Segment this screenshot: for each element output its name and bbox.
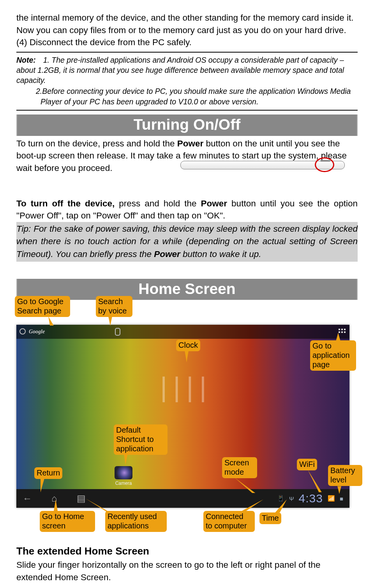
battery-icon: ■ — [340, 495, 343, 502]
callout-home-screen: Go to Home screen — [40, 511, 95, 532]
intro-line-1: the internal memory of the device, and t… — [16, 13, 353, 35]
intro-line-2: (4) Disconnect the device from the PC sa… — [16, 37, 192, 47]
top-bar: Google — [16, 325, 349, 339]
callout-clock: Clock — [176, 340, 200, 351]
intro-paragraph: the internal memory of the device, and t… — [16, 12, 358, 49]
time-display: 4:33 — [299, 492, 323, 505]
camera-label: Camera — [115, 481, 132, 486]
camera-icon — [115, 466, 132, 479]
home-screen-diagram: Google | | | | Camera ← ⌂ ▤ 📱 Ψ 4:33 — [16, 296, 358, 526]
back-icon: ← — [23, 493, 32, 504]
note-2: 2.Before connecting your device to PC, y… — [36, 87, 351, 106]
callout-connected: Connected to computer — [203, 511, 255, 532]
status-icons: 📱 Ψ 4:33 📶 ■ — [277, 492, 343, 505]
extended-body: Slide your finger horizontally on the sc… — [16, 559, 358, 583]
callout-time: Time — [259, 512, 281, 524]
recents-icon: ▤ — [77, 493, 86, 504]
callout-google-search: Go to Google Search page — [15, 296, 70, 317]
clock-widget: | | | | — [160, 371, 206, 403]
callout-search-voice: Search by voice — [96, 296, 132, 317]
home-icon: ⌂ — [51, 493, 57, 504]
section-turning-onoff: Turning On/Off — [16, 114, 358, 136]
screen-mode-icon: 📱 — [277, 495, 284, 502]
highlight-circle-icon — [315, 157, 334, 172]
wifi-icon: 📶 — [328, 495, 335, 502]
callout-battery: Battery level — [328, 465, 362, 486]
tip-block: Tip: For the sake of power saving, this … — [16, 222, 358, 262]
callout-screen-mode: Screen mode — [222, 457, 257, 478]
callout-return: Return — [34, 467, 62, 479]
callout-wifi: WiFi — [297, 459, 317, 470]
note-label: Note: — [16, 56, 36, 64]
pointer-icon — [48, 316, 54, 326]
callout-app-page: Go to application page — [310, 340, 356, 371]
device-edge-illustration — [180, 161, 344, 176]
usb-icon: Ψ — [289, 495, 294, 502]
tablet-screenshot: Google | | | | Camera ← ⌂ ▤ 📱 Ψ 4:33 — [16, 325, 349, 508]
turn-on-paragraph: To turn on the device, press and hold th… — [16, 137, 358, 196]
callout-recent-apps: Recently used applications — [105, 511, 167, 532]
mic-icon — [115, 328, 120, 336]
divider — [16, 110, 358, 111]
extended-heading: The extended Home Screen — [16, 545, 358, 557]
note-1: 1. The pre-installed applications and An… — [16, 56, 344, 85]
section-title: Turning On/Off — [17, 114, 357, 136]
divider — [16, 52, 358, 53]
turn-off-paragraph: To turn off the device, press and hold t… — [16, 197, 358, 222]
note-block: Note: 1. The pre-installed applications … — [16, 55, 358, 107]
pointer-icon — [108, 316, 112, 326]
apps-grid-icon — [339, 329, 346, 333]
nav-bar: ← ⌂ ▤ 📱 Ψ 4:33 📶 ■ — [16, 489, 349, 508]
callout-default-shortcut: Default Shortcut to application — [114, 424, 168, 455]
camera-shortcut: Camera — [115, 466, 132, 486]
